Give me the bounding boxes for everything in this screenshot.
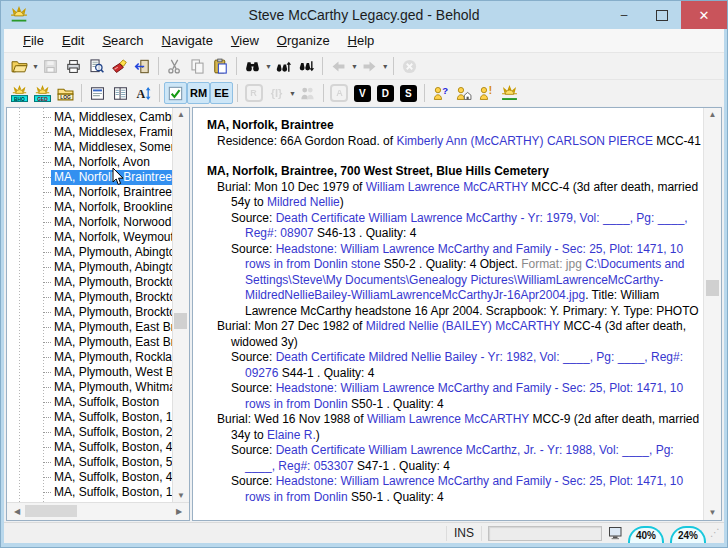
virtual-button[interactable]: V (351, 82, 374, 104)
record-link[interactable]: Headstone: William Lawrence McCarthy and… (245, 474, 683, 504)
ee-toggle[interactable]: EE (210, 82, 233, 104)
gedcom-view-button[interactable]: GED (31, 82, 54, 104)
scroll-down-icon[interactable]: ▼ (706, 506, 720, 520)
tree-item[interactable]: MA, Suffolk, Boston, 23 D (7, 425, 189, 440)
insert-mode-indicator: INS (446, 526, 482, 541)
record-link[interactable]: Death Certificate William Lawrence McCar… (245, 211, 688, 241)
sources-button[interactable]: S (397, 82, 420, 104)
menu-search[interactable]: Search (93, 31, 152, 50)
open-button[interactable] (8, 55, 31, 77)
paste-button[interactable] (209, 55, 232, 77)
mouse-cursor (112, 168, 126, 188)
tree-item[interactable]: MA, Plymouth, East Bridgewater (7, 320, 189, 335)
resize-grip[interactable]: ⋰ (710, 527, 722, 539)
minimize-button[interactable]: – (605, 1, 643, 29)
record-link[interactable]: Elaine R. (267, 428, 316, 442)
key-people-button[interactable]: ! (475, 82, 498, 104)
font-button[interactable]: A (132, 82, 155, 104)
tree-item[interactable]: MA, Norfolk, Braintree (7, 170, 189, 185)
save-button (39, 55, 62, 77)
scroll-left-icon[interactable]: ◀ (10, 505, 24, 519)
toolbar-separator (323, 84, 324, 102)
purge-button[interactable] (108, 55, 131, 77)
find-button[interactable] (241, 55, 264, 77)
tree-item[interactable]: MA, Norfolk, Norwood (7, 215, 189, 230)
report-layout-button[interactable] (86, 82, 109, 104)
report-paragraph: Source: Headstone: William Lawrence McCa… (207, 381, 701, 412)
tree-item[interactable]: MA, Plymouth, Rockland, (7, 350, 189, 365)
tree-item[interactable]: MA, Suffolk, Boston (7, 395, 189, 410)
find-previous-button[interactable] (272, 55, 295, 77)
print-preview-button[interactable] (85, 55, 108, 77)
tree-item[interactable]: MA, Middlesex, Somerville (7, 140, 189, 155)
report-scroll-thumb[interactable] (706, 280, 719, 296)
families-button[interactable] (452, 82, 475, 104)
menu-navigate[interactable]: Navigate (153, 31, 222, 50)
chevron-down-icon[interactable]: ▼ (265, 63, 272, 70)
toolbar-separator (236, 57, 237, 75)
maximize-button[interactable] (643, 1, 681, 29)
menu-organize[interactable]: Organize (268, 31, 339, 50)
tree-vertical-scrollbar[interactable]: ▲ ▼ (172, 108, 189, 503)
scroll-right-icon[interactable]: ▶ (172, 505, 186, 519)
rm-toggle[interactable]: RM (187, 82, 210, 104)
report-vertical-scrollbar[interactable]: ▲ ▼ (703, 108, 721, 520)
report-text: MCC-41 (653, 134, 701, 148)
tree-horizontal-scrollbar[interactable]: ◀ ▶ (7, 502, 189, 520)
exit-button[interactable] (131, 55, 154, 77)
close-button[interactable]: ✕ (681, 1, 727, 29)
tree-item[interactable]: MA, Suffolk, Boston, 1366 (7, 485, 189, 500)
chevron-down-icon[interactable]: ▼ (351, 63, 358, 70)
record-link[interactable]: Mildred Nellie (267, 195, 340, 209)
scroll-up-icon[interactable]: ▲ (174, 108, 188, 122)
unknown-people-button[interactable]: ? (429, 82, 452, 104)
details-toggle[interactable] (164, 82, 187, 104)
tree-item[interactable]: MA, Plymouth, Brockton, 6 (7, 305, 189, 320)
tree-item[interactable]: MA, Suffolk, Boston, 436 (7, 470, 189, 485)
binoculars-down-icon (298, 58, 315, 75)
record-link[interactable]: Death Certificate William Lawrence McCar… (245, 443, 674, 473)
record-link[interactable]: Headstone: William Lawrence McCarthy and… (245, 381, 683, 411)
chevron-down-icon[interactable]: ▼ (289, 90, 296, 97)
tree-item[interactable]: MA, Norfolk, Braintree, 700 (7, 185, 189, 200)
tree-item[interactable]: MA, Norfolk, Brookline (7, 200, 189, 215)
tree-item[interactable]: MA, Suffolk, Boston, 55 F (7, 455, 189, 470)
record-link[interactable]: Kimberly Ann (McCARTHY) CARLSON PIERCE (396, 134, 653, 148)
tree-item[interactable]: MA, Norfolk, Weymouth (7, 230, 189, 245)
chevron-down-icon[interactable]: ▼ (32, 63, 39, 70)
find-next-button[interactable] (295, 55, 318, 77)
tree-item[interactable]: MA, Plymouth, Brockton, 2 (7, 290, 189, 305)
log-view-button[interactable]: LOG (54, 82, 77, 104)
details-button[interactable]: D (374, 82, 397, 104)
behold-view-button[interactable]: BHO (8, 82, 31, 104)
cut-button (163, 55, 186, 77)
tree-item[interactable]: MA, Norfolk, Avon (7, 155, 189, 170)
tree-item[interactable]: MA, Plymouth, Brockton (7, 275, 189, 290)
tree-item[interactable]: MA, Suffolk, Boston, 45 V (7, 440, 189, 455)
menu-help[interactable]: Help (339, 31, 384, 50)
scroll-down-icon[interactable]: ▼ (174, 489, 188, 503)
tree-item[interactable]: MA, Plymouth, Whitman (7, 380, 189, 395)
tree-item[interactable]: MA, Suffolk, Boston, 1 Bo (7, 410, 189, 425)
menu-view[interactable]: View (222, 31, 268, 50)
menu-edit[interactable]: Edit (53, 31, 93, 50)
record-link[interactable]: William Lawrence McCARTHY (367, 412, 529, 426)
record-link[interactable]: William Lawrence McCARTHY (366, 180, 528, 194)
index-layout-button[interactable] (109, 82, 132, 104)
print-button[interactable] (62, 55, 85, 77)
record-link[interactable]: Mildred Nellie (BAILEY) McCARTHY (366, 319, 560, 333)
tree-item[interactable]: MA, Plymouth, West Bridgewater (7, 365, 189, 380)
report-text: ) (340, 195, 344, 209)
report-text: Residence: 66A Gordon Road. of (217, 134, 396, 148)
tree-item[interactable]: MA, Plymouth, East Bridgewater (7, 335, 189, 350)
tree-item[interactable]: MA, Plymouth, Abington (7, 245, 189, 260)
tree-item[interactable]: MA, Middlesex, Framingham (7, 125, 189, 140)
menu-file[interactable]: File (14, 31, 53, 50)
tree-scroll-thumb[interactable] (174, 313, 187, 329)
chevron-down-icon[interactable]: ▼ (382, 63, 389, 70)
tree-hscroll-thumb[interactable] (25, 505, 77, 517)
tree-item[interactable]: MA, Middlesex, Cambridge (7, 110, 189, 125)
everything-button[interactable] (498, 82, 521, 104)
scroll-up-icon[interactable]: ▲ (706, 108, 720, 122)
tree-item[interactable]: MA, Plymouth, Abington, 4 (7, 260, 189, 275)
